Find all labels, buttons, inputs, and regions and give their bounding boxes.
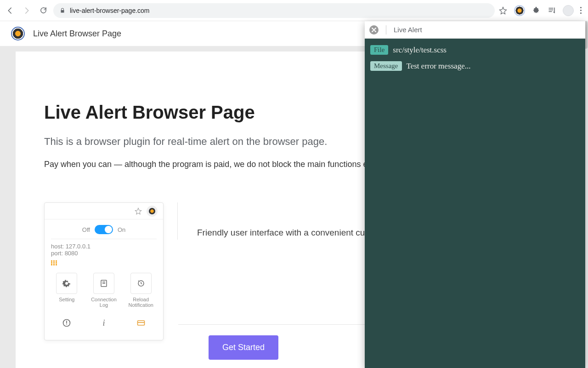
demo-tile-connection-log[interactable]: Connection Log (88, 273, 120, 308)
close-icon[interactable] (369, 25, 379, 34)
reload-button[interactable] (37, 4, 50, 17)
extensions-puzzle-icon[interactable] (531, 6, 541, 15)
site-logo-icon (11, 27, 25, 40)
demo-tile-reload-notification[interactable]: Reload Notification (125, 273, 157, 308)
site-title: Live Alert Browser Page (33, 29, 121, 39)
alert-file-row: File src/style/test.scss (370, 45, 580, 55)
forward-button[interactable] (20, 4, 33, 17)
alert-message-row: Message Test error message... (370, 61, 580, 71)
info-i-icon: i (93, 312, 114, 334)
toggle-off-label: Off (82, 226, 90, 233)
file-badge: File (370, 45, 388, 55)
demo-extension-icon (147, 206, 158, 217)
gear-icon (56, 273, 77, 294)
demo-toggle[interactable] (95, 225, 113, 234)
back-button[interactable] (4, 4, 17, 17)
alert-circle-icon (56, 312, 77, 334)
chrome-menu-icon[interactable] (580, 7, 582, 14)
url-text: live-alert-browser-page.com (70, 7, 150, 14)
demo-host-row: host: 127.0.0.1 (51, 243, 157, 250)
demo-top-bar (45, 203, 163, 219)
extension-icon[interactable] (514, 5, 525, 16)
demo-tile-setting[interactable]: Setting (51, 273, 83, 308)
card-icon (130, 312, 152, 334)
toolbar-actions (498, 5, 584, 16)
apps-grid-icon (51, 260, 57, 265)
browser-toolbar: live-alert-browser-page.com (0, 0, 588, 21)
message-badge: Message (370, 61, 402, 71)
alert-message-value: Test error message... (407, 62, 471, 71)
alert-title: Live Alert (394, 26, 422, 34)
demo-star-icon (135, 207, 142, 215)
demo-toggle-row: Off On (51, 225, 157, 234)
demo-port-row: port: 8080 (51, 250, 157, 257)
profile-avatar[interactable] (563, 5, 574, 16)
reload-clock-icon (130, 273, 152, 294)
live-alert-panel: Live Alert File src/style/test.scss Mess… (365, 21, 585, 368)
get-started-button[interactable]: Get Started (209, 335, 278, 360)
alert-file-value: src/style/test.scss (393, 46, 447, 55)
star-icon[interactable] (498, 6, 508, 15)
demo-screenshot: Off On host: 127.0.0.1 port: 8080 (44, 202, 164, 340)
alert-header: Live Alert (365, 21, 585, 39)
reading-list-icon[interactable] (547, 6, 556, 15)
address-bar[interactable]: live-alert-browser-page.com (53, 3, 495, 18)
lock-icon (60, 7, 65, 14)
header-separator (386, 25, 386, 34)
log-icon (93, 273, 114, 294)
toggle-on-label: On (118, 226, 125, 233)
